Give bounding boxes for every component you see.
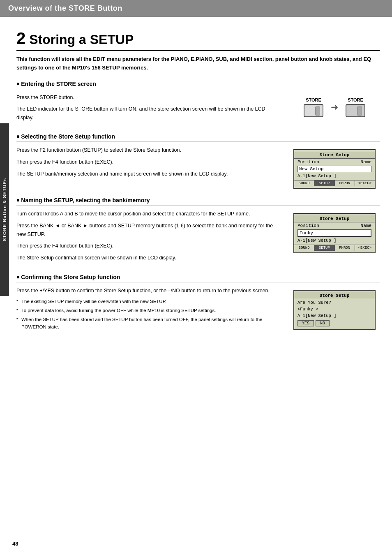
lcd-title-confirming: Store Setup bbox=[294, 292, 375, 299]
lcd-input-row-selecting: New Setup bbox=[294, 165, 375, 173]
section-confirming: Confirming the Store Setup function Pres… bbox=[16, 274, 380, 333]
section-text-confirming: Press the +/YES button to confirm the St… bbox=[16, 287, 281, 333]
chapter-heading: 2 Storing a SETUP bbox=[16, 29, 380, 51]
section-body-naming: Turn control knobs A and B to move the c… bbox=[16, 210, 380, 265]
lcd-btn-exec: <EXEC> bbox=[355, 180, 375, 186]
section-title-selecting: Selecting the Store Setup function bbox=[16, 133, 380, 142]
lcd-btn-exec2: <EXEC> bbox=[355, 245, 375, 251]
note-list: The existing SETUP memory will be overwr… bbox=[16, 298, 281, 331]
lcd-buttons-naming: SOUND SETUP PHRON <EXEC> bbox=[294, 245, 375, 251]
section-body-entering: Press the STORE button. The LED indicato… bbox=[16, 93, 380, 125]
section-text-naming: Turn control knobs A and B to move the c… bbox=[16, 210, 281, 265]
side-tab: STORE Button & SETUPs bbox=[0, 123, 9, 296]
store-btn-group-left: STORE bbox=[304, 97, 323, 117]
section-title-entering: Entering the STORE screen bbox=[16, 81, 380, 89]
main-content: 2 Storing a SETUP This function will sto… bbox=[0, 17, 392, 349]
lcd-confirm-text1: Are You Sure? bbox=[294, 299, 375, 306]
lcd-btn-phron: PHRON bbox=[335, 180, 355, 186]
lcd-btn-setup: SETUP bbox=[314, 180, 334, 186]
lcd-input-naming: Funky bbox=[297, 229, 371, 237]
lcd-screen-confirming: Store Setup Are You Sure? <Funky > A-1[N… bbox=[293, 290, 376, 330]
lcd-title-naming: Store Setup bbox=[294, 215, 375, 222]
page-number: 48 bbox=[12, 541, 18, 547]
section-title-confirming: Confirming the Store Setup function bbox=[16, 274, 380, 282]
store-btn-shape-right bbox=[346, 104, 365, 117]
lcd-row-naming: Position Name bbox=[294, 222, 375, 229]
header-title: Overview of the STORE Button bbox=[8, 4, 122, 12]
lcd-confirm-text2: <Funky > bbox=[294, 306, 375, 312]
lcd-yes-no: YES NO bbox=[294, 319, 375, 328]
lcd-screen-naming: Store Setup Position Name Funky A-1[New … bbox=[293, 213, 376, 253]
lcd-no-btn[interactable]: NO bbox=[316, 320, 330, 326]
section-visual-confirming: Store Setup Are You Sure? <Funky > A-1[N… bbox=[289, 287, 380, 330]
lcd-screen-selecting: Store Setup Position Name New Setup A-1[… bbox=[293, 149, 376, 189]
lcd-btn-sound: SOUND bbox=[294, 180, 314, 186]
section-text-entering: Press the STORE button. The LED indicato… bbox=[16, 93, 281, 125]
store-btn-shape-left bbox=[304, 104, 323, 117]
chapter-title: Storing a SETUP bbox=[29, 32, 134, 47]
lcd-mem-row-selecting: A-1[New Setup ] bbox=[294, 173, 375, 179]
section-body-selecting: Press the F2 function button (SETUP) to … bbox=[16, 146, 380, 189]
lcd-mem-row-confirming: A-1[New Setup ] bbox=[294, 312, 375, 319]
section-entering: Entering the STORE screen Press the STOR… bbox=[16, 81, 380, 125]
intro-text: This function will store all the EDIT me… bbox=[16, 55, 380, 72]
lcd-title-selecting: Store Setup bbox=[294, 152, 375, 159]
lcd-mem-row-naming: A-1[New Setup ] bbox=[294, 237, 375, 244]
section-visual-naming: Store Setup Position Name Funky A-1[New … bbox=[289, 210, 380, 253]
section-visual-entering: STORE ➜ STORE bbox=[289, 93, 380, 117]
lcd-btn-sound2: SOUND bbox=[294, 245, 314, 251]
store-btn-group-right: STORE bbox=[346, 97, 365, 117]
lcd-input-row-naming: Funky bbox=[294, 229, 375, 237]
header-bar: Overview of the STORE Button bbox=[0, 0, 392, 17]
lcd-btn-setup2: SETUP bbox=[314, 245, 334, 251]
lcd-input-selecting: New Setup bbox=[297, 166, 371, 172]
lcd-row-selecting: Position Name bbox=[294, 159, 375, 165]
lcd-btn-phron2: PHRON bbox=[335, 245, 355, 251]
lcd-buttons-selecting: SOUND SETUP PHRON <EXEC> bbox=[294, 180, 375, 186]
lcd-yes-btn[interactable]: YES bbox=[297, 320, 314, 326]
section-title-naming: Naming the SETUP, selecting the bank/mem… bbox=[16, 197, 380, 206]
chapter-number: 2 bbox=[16, 29, 25, 47]
section-visual-selecting: Store Setup Position Name New Setup A-1[… bbox=[289, 146, 380, 189]
section-naming: Naming the SETUP, selecting the bank/mem… bbox=[16, 197, 380, 265]
arrow-right: ➜ bbox=[331, 102, 338, 113]
section-selecting: Selecting the Store Setup function Press… bbox=[16, 133, 380, 189]
store-buttons-row: STORE ➜ STORE bbox=[304, 97, 365, 117]
section-text-selecting: Press the F2 function button (SETUP) to … bbox=[16, 146, 281, 181]
section-body-confirming: Press the +/YES button to confirm the St… bbox=[16, 287, 380, 333]
